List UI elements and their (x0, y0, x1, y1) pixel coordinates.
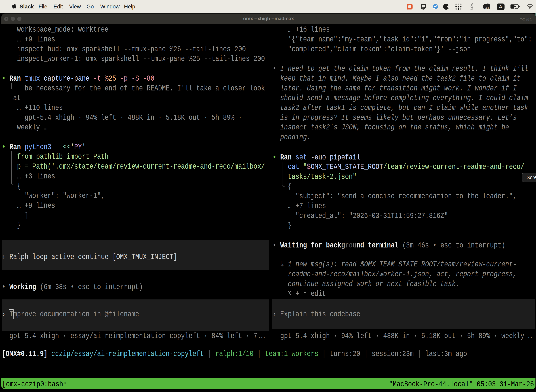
svg-text:..61: ..61 (484, 6, 489, 9)
